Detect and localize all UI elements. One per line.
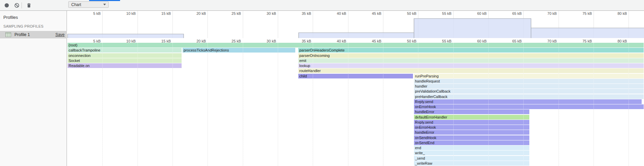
flame-bar[interactable]: handleRequest	[414, 79, 644, 84]
flame-bar[interactable]: onSendEnd	[414, 140, 529, 145]
delete-profile-button[interactable]	[26, 2, 32, 8]
grid-overlay-line	[559, 43, 559, 166]
flame-bar[interactable]: preHandlerCallback	[414, 94, 644, 99]
flame-bar[interactable]: routeHandler	[298, 68, 644, 73]
grid-overlay-line	[313, 43, 313, 166]
grid-overlay-line	[348, 43, 348, 166]
flame-bar[interactable]: Reply.send	[414, 120, 529, 125]
grid-overlay-line	[173, 43, 173, 166]
block-circle-icon	[14, 3, 20, 8]
profile-table-icon	[5, 32, 11, 37]
grid-overlay-line	[629, 43, 629, 166]
flame-bar[interactable]: end	[414, 145, 529, 150]
profile-item[interactable]: Profile 1 Save	[0, 31, 67, 38]
flame-bar[interactable]: Reply.send	[414, 99, 642, 104]
grid-overlay-line	[418, 43, 418, 166]
flame-bar[interactable]: runPreParsing	[414, 74, 644, 78]
flame-bar[interactable]: handleError	[414, 130, 529, 135]
active-panel-indicator	[89, 0, 120, 1]
grid-overlay-line	[383, 43, 383, 166]
sidebar-title: Profiles	[3, 15, 18, 20]
flame-bar[interactable]: parserOnIncoming	[298, 53, 644, 58]
view-mode-select[interactable]: Chart	[68, 1, 109, 8]
flame-bar[interactable]: _writeRaw	[414, 161, 529, 166]
flame-bar[interactable]: emit	[298, 58, 644, 63]
grid-overlay-line	[594, 43, 594, 166]
flame-bar[interactable]: Readable.on	[68, 63, 182, 68]
trash-icon	[26, 3, 32, 8]
record-button[interactable]	[4, 2, 10, 8]
flame-bar[interactable]: handler	[414, 84, 644, 89]
chart-main-area: 5 kB10 kB15 kB20 kB25 kB30 kB35 kB40 kB4…	[67, 11, 644, 166]
clear-profiles-button[interactable]	[14, 2, 20, 8]
flame-bar[interactable]: preValidationCallback	[414, 89, 644, 94]
overview-pane[interactable]	[67, 11, 644, 38]
save-profile-link[interactable]: Save	[55, 32, 65, 37]
overview-memory-area	[68, 19, 644, 38]
grid-overlay-line	[453, 43, 454, 166]
grid-overlay-line	[138, 43, 138, 166]
grid-overlay-line	[207, 43, 208, 166]
flame-bar[interactable]: handleError	[414, 109, 529, 114]
heap-profiler-panel: Chart Profiles SAMPLING PROFILES Profile…	[0, 0, 644, 166]
toolbar-separator	[22, 2, 22, 8]
sampling-profiles-section-label: SAMPLING PROFILES	[3, 24, 43, 28]
record-circle-icon	[4, 3, 9, 8]
flame-bar[interactable]: onSendHook	[414, 135, 529, 140]
flame-bar[interactable]: callbackTrampoline	[68, 48, 182, 53]
flame-bar[interactable]: onconnection	[68, 53, 182, 58]
grid-overlay-line	[278, 43, 278, 166]
profiles-sidebar: Profiles SAMPLING PROFILES Profile 1 Sav…	[0, 11, 67, 166]
flame-bar[interactable]: child	[298, 74, 413, 78]
grid-overlay-line	[523, 43, 524, 166]
flame-bar[interactable]: (root)	[68, 43, 644, 47]
flame-bar[interactable]: parserOnHeadersComplete	[298, 48, 644, 53]
flame-bar[interactable]: Socket	[68, 58, 182, 63]
grid-overlay-line	[243, 43, 243, 166]
flame-bar[interactable]: processTicksAndRejections	[183, 48, 295, 53]
flame-bar[interactable]: onErrorHook	[414, 104, 644, 109]
profile-name: Profile 1	[14, 32, 55, 37]
view-mode-value: Chart	[69, 2, 103, 7]
toolbar: Chart	[0, 0, 644, 11]
flame-bar[interactable]: _send	[414, 156, 529, 161]
flame-bar[interactable]: write_	[414, 151, 529, 155]
flame-bar[interactable]: defaultErrorHandler	[414, 115, 529, 120]
grid-overlay-line	[102, 43, 103, 166]
grid-overlay-line	[488, 43, 489, 166]
flame-bar[interactable]: lookup	[298, 63, 644, 68]
flame-bar[interactable]: onErrorHook	[414, 125, 529, 130]
chevron-down-icon	[103, 4, 106, 5]
